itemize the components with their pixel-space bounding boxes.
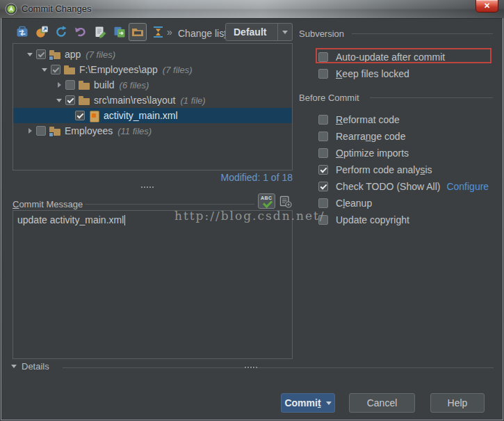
checkbox[interactable] [318, 132, 328, 141]
label-text: O [336, 148, 343, 159]
expand-arrow-icon[interactable] [26, 128, 33, 134]
expand-arrow-icon[interactable] [41, 68, 48, 72]
before-commit-header: Before Commit [299, 93, 359, 103]
checkbox[interactable] [75, 111, 85, 120]
dropdown-arrow-section[interactable] [277, 24, 292, 40]
label-text: Update copyright [336, 214, 409, 225]
option-check-todo[interactable]: Check TODO (Show All) Configure [318, 180, 489, 193]
label-text: Check TODO (Show All) [336, 181, 440, 192]
changelist-dropdown[interactable]: Default [225, 23, 293, 41]
commit-button[interactable]: Commit [281, 393, 335, 413]
modified-status: Modified: 1 of 18 [160, 172, 293, 183]
subversion-header: Subversion [299, 29, 344, 39]
checkbox[interactable] [65, 95, 75, 105]
tree-row-layout[interactable]: src\main\res\layout (1 file) [13, 93, 292, 108]
changelist-label: Change list: [178, 28, 229, 39]
checkbox[interactable] [318, 165, 328, 175]
separator-line [352, 33, 493, 34]
checkbox[interactable] [36, 49, 46, 59]
details-splitter[interactable] [245, 367, 257, 368]
tree-row-build[interactable]: build (6 files) [13, 77, 292, 93]
commit-message-text: update activity_main.xml [17, 214, 124, 225]
android-studio-icon [5, 3, 17, 15]
help-button[interactable]: Help [430, 393, 485, 413]
cancel-button[interactable]: Cancel [349, 393, 415, 413]
label-text: eformat code [343, 114, 400, 125]
checkbox[interactable] [65, 80, 75, 90]
folder-icon [79, 95, 90, 106]
option-rearrange-code[interactable]: Rearrange code [318, 130, 405, 143]
option-optimize-imports[interactable]: Optimize imports [318, 147, 409, 159]
chevrons: » [167, 26, 172, 38]
option-cleanup[interactable]: Cleanup [318, 197, 372, 209]
checkbox[interactable] [36, 126, 46, 136]
show-diff-icon[interactable] [15, 25, 29, 39]
edit-source-icon[interactable] [93, 25, 107, 39]
expand-arrow-icon[interactable] [56, 82, 63, 88]
module-icon [49, 49, 61, 60]
separator-line [63, 367, 494, 368]
checkbox[interactable] [318, 115, 328, 125]
checkbox[interactable] [318, 182, 328, 191]
option-update-copyright[interactable]: Update copyright [318, 214, 409, 226]
move-to-another-changelist-icon[interactable] [35, 25, 49, 39]
expand-arrow-icon[interactable] [56, 99, 63, 102]
option-label: Cleanup [336, 198, 372, 209]
expand-arrow-icon[interactable] [26, 53, 33, 56]
copy-to-changelist-icon[interactable] [113, 25, 127, 39]
tree-row-label: F:\Employees\app [79, 64, 158, 75]
separator-line [85, 204, 254, 205]
checkbox[interactable] [318, 69, 328, 79]
tree-row-employees[interactable]: Employees (11 files) [13, 123, 292, 138]
checkbox[interactable] [318, 215, 328, 225]
tree-row-app[interactable]: app (7 files) [13, 47, 292, 62]
spellcheck-icon[interactable]: ABC [258, 193, 275, 209]
option-label: Update copyright [336, 214, 409, 225]
button-label: Commit [284, 397, 320, 408]
configure-link[interactable]: Configure [446, 181, 489, 192]
title-bar[interactable]: Commit Changes ✕ [0, 0, 504, 18]
option-reformat-code[interactable]: Reformat code [318, 113, 400, 126]
xml-file-icon [88, 111, 100, 121]
group-by-directory-toggle[interactable] [129, 23, 147, 41]
changes-tree[interactable]: app (7 files) F:\Employees\app (7 files)… [13, 43, 293, 170]
commit-message-label: Commit Message [13, 199, 83, 209]
label-text: C [13, 199, 19, 209]
tree-row-count: (7 files) [163, 65, 193, 75]
option-label: Perform code analysis [336, 164, 432, 175]
close-button[interactable]: ✕ [475, 0, 498, 13]
details-label[interactable]: Details [22, 361, 49, 372]
commit-message-input[interactable]: update activity_main.xml [13, 210, 293, 359]
tree-row-path[interactable]: F:\Employees\app (7 files) [13, 62, 292, 77]
tree-row-label: app [65, 49, 81, 60]
checkbox[interactable] [318, 198, 328, 208]
window-title: Commit Changes [22, 3, 91, 14]
horizontal-splitter[interactable] [141, 186, 154, 188]
red-annotation-box [316, 48, 491, 63]
collapse-all-icon[interactable] [152, 25, 165, 39]
label-text: C [336, 198, 343, 209]
checkbox[interactable] [318, 148, 328, 158]
separator-line [370, 97, 493, 98]
group-by-directory-icon [131, 25, 145, 39]
option-perform-code-analysis[interactable]: Perform code analysis [318, 164, 432, 176]
label-text: eanup [345, 198, 372, 209]
tree-row-label: Employees [65, 125, 113, 136]
chevron-down-icon [326, 402, 332, 405]
folder-icon [64, 65, 76, 75]
abc-text: ABC [261, 196, 273, 200]
option-label: Rearrange code [336, 131, 405, 142]
tree-row-activity-main-selected[interactable]: activity_main.xml [13, 108, 292, 123]
label-text: ge code [371, 131, 406, 142]
details-expand-icon[interactable] [11, 365, 17, 368]
refresh-changes-icon[interactable] [54, 25, 68, 39]
changelist-value: Default [234, 26, 266, 38]
checkbox[interactable] [51, 65, 60, 74]
tree-row-label: activity_main.xml [104, 110, 178, 121]
message-history-icon[interactable] [279, 195, 292, 208]
option-keep-files-locked[interactable]: Keep files locked [318, 67, 409, 80]
revert-icon[interactable] [74, 25, 88, 39]
module-icon [49, 126, 61, 136]
label-text: R [336, 114, 343, 125]
tree-row-label: src\main\res\layout [94, 95, 175, 106]
